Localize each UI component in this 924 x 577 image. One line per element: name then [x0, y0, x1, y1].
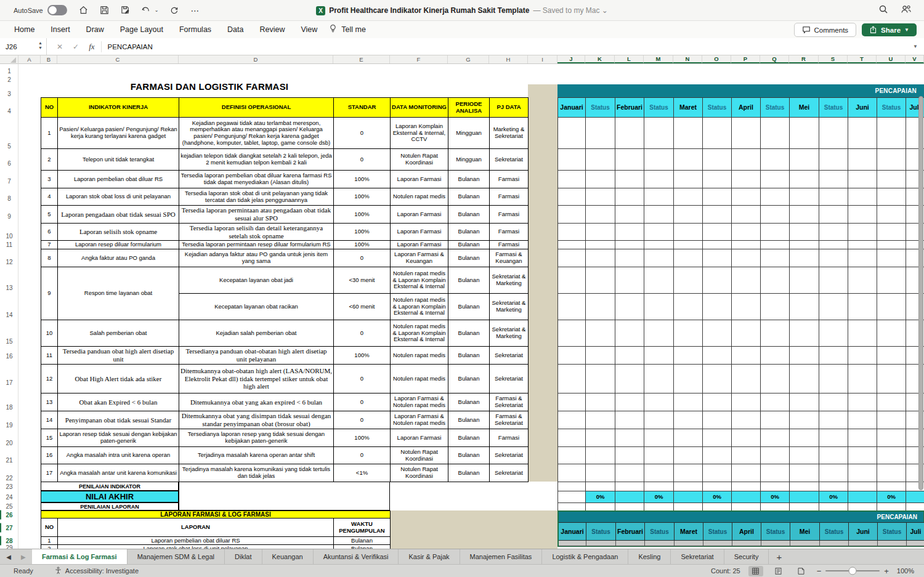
zoom-slider-thumb[interactable]: [849, 567, 857, 575]
grid-cell[interactable]: [558, 267, 586, 294]
cell-indikator[interactable]: Telepon unit tidak terangkat: [58, 149, 179, 171]
cell-indikator[interactable]: Angka masalah intra unit karena operan: [58, 447, 179, 464]
cell-periode[interactable]: Bulanan: [448, 393, 490, 411]
row-header-2[interactable]: 2: [0, 76, 18, 83]
grid-cell[interactable]: [674, 149, 703, 171]
tan-column-i[interactable]: [528, 84, 557, 482]
grid-cell[interactable]: [819, 503, 848, 511]
grid-cell[interactable]: [761, 393, 790, 411]
grid-cell[interactable]: [674, 503, 703, 511]
grid-cell[interactable]: [615, 267, 644, 294]
grid-cell[interactable]: [703, 393, 732, 411]
grid-cell[interactable]: [790, 241, 819, 249]
status-header-cell[interactable]: Status: [878, 522, 907, 541]
cell-standar[interactable]: 100%: [334, 224, 391, 241]
penilaian-laporan-cell[interactable]: PENILAIAN LAPORAN: [41, 502, 179, 510]
grid-cell[interactable]: [906, 491, 924, 503]
cell-pj[interactable]: Sekretariat: [490, 464, 529, 482]
cell-monitoring[interactable]: Notulen Rapat Koordinasi: [391, 149, 448, 171]
grid-cell[interactable]: [819, 464, 848, 482]
cell-standar[interactable]: 0: [334, 447, 391, 464]
cell-pj[interactable]: Farmasi & Keuangan: [490, 249, 529, 267]
grid-cell[interactable]: [877, 393, 906, 411]
grid-cell[interactable]: [615, 429, 644, 447]
cell-periode[interactable]: Bulanan: [448, 320, 490, 347]
grid-cell[interactable]: [790, 188, 819, 206]
cell-monitoring[interactable]: Notulen rapat medis: [391, 188, 448, 206]
cell-periode[interactable]: Bulanan: [448, 206, 490, 224]
grid-cell[interactable]: [877, 447, 906, 464]
cell-definisi[interactable]: Kecepatan layanan obat jadi: [179, 267, 334, 294]
grid-cell[interactable]: [790, 503, 819, 511]
col-header-L[interactable]: L: [615, 55, 644, 63]
menu-page-layout[interactable]: Page Layout: [112, 22, 171, 37]
cell-definisi[interactable]: Ditemukannya obat yang akan expired < 6 …: [179, 393, 334, 411]
status-header-cell[interactable]: Status: [703, 522, 732, 541]
cell-standar[interactable]: <60 menit: [334, 294, 391, 320]
cell-definisi[interactable]: Tersedia laporan permintaan atau pengada…: [179, 206, 334, 224]
grid-cell[interactable]: [732, 393, 761, 411]
grid-cell[interactable]: [790, 464, 819, 482]
grid-cell[interactable]: [848, 320, 877, 347]
menu-formulas[interactable]: Formulas: [171, 22, 219, 37]
redo-icon[interactable]: [169, 5, 179, 15]
grid-cell[interactable]: [732, 411, 761, 429]
grid-cell[interactable]: [761, 188, 790, 206]
laporan-cell[interactable]: Bulanan: [334, 537, 391, 545]
cell-monitoring[interactable]: Laporan Farmasi: [391, 206, 448, 224]
grid-cell[interactable]: [674, 171, 703, 188]
grid-cell[interactable]: [732, 491, 761, 503]
cell-definisi[interactable]: Ditemukannya obat-obatan high alert (LAS…: [179, 365, 334, 393]
tab-scroll-right-icon[interactable]: ▶: [21, 554, 26, 560]
grid-cell[interactable]: [674, 347, 703, 365]
grid-cell[interactable]: [586, 171, 615, 188]
grid-cell[interactable]: [848, 294, 877, 320]
grid-cell[interactable]: [848, 491, 877, 503]
cell-definisi[interactable]: Tersedia laporan permintaan resep diluar…: [179, 241, 334, 249]
grid-cell[interactable]: [615, 241, 644, 249]
grid-cell[interactable]: [819, 241, 848, 249]
grid-cell[interactable]: [732, 464, 761, 482]
grid-cell[interactable]: [558, 447, 586, 464]
grid-cell[interactable]: [761, 320, 790, 347]
grid-cell[interactable]: [558, 503, 586, 511]
zero-percent-cell[interactable]: 0%: [761, 491, 790, 503]
cell-pj[interactable]: Sekretariat & Marketing: [490, 294, 529, 320]
month-header-cell[interactable]: Juni: [849, 522, 878, 541]
cell-monitoring[interactable]: Laporan Farmasi: [391, 429, 448, 447]
grid-cell[interactable]: [586, 206, 615, 224]
grid-cell[interactable]: [586, 149, 615, 171]
grid-cell[interactable]: [877, 365, 906, 393]
grid-cell[interactable]: [732, 149, 761, 171]
grid-cell[interactable]: [703, 118, 732, 149]
cell-periode[interactable]: Bulanan: [448, 294, 490, 320]
cell-no[interactable]: 16: [41, 447, 58, 464]
vertical-scrollbar[interactable]: [918, 96, 923, 490]
grid-cell[interactable]: [674, 118, 703, 149]
menu-insert[interactable]: Insert: [43, 22, 78, 37]
grid-cell[interactable]: [732, 541, 761, 546]
row-header-24[interactable]: 24: [0, 494, 18, 501]
grid-cell[interactable]: [732, 347, 761, 365]
laporan-section-title[interactable]: LAPORAN FARMASI & LOG FARMASI: [41, 511, 391, 518]
cell-definisi[interactable]: Kecepatan layanan obat racikan: [179, 294, 334, 320]
grid-cell[interactable]: [586, 249, 615, 267]
status-header-cell[interactable]: Status: [645, 522, 675, 541]
grid-cell[interactable]: [558, 149, 586, 171]
selected-range[interactable]: PENCAPAIAN JanuariStatusFebruariStatusMa…: [557, 510, 924, 547]
month-header-cell[interactable]: Januari: [559, 522, 586, 541]
menu-view[interactable]: View: [293, 22, 325, 37]
menu-draw[interactable]: Draw: [78, 22, 112, 37]
grid-cell[interactable]: [732, 447, 761, 464]
zero-percent-cell[interactable]: 0%: [644, 491, 674, 503]
cell-indikator[interactable]: Laporan resep diluar formularium: [58, 241, 179, 249]
grid-cell[interactable]: [790, 541, 820, 546]
grid-cell[interactable]: [849, 541, 878, 546]
enter-icon[interactable]: ✓: [73, 42, 79, 51]
cell-indikator[interactable]: Respon time layanan obat: [58, 267, 179, 320]
grid-cell[interactable]: [644, 482, 674, 491]
cell-periode[interactable]: Bulanan: [448, 224, 490, 241]
sheet-tab-diklat[interactable]: Diklat: [225, 549, 262, 564]
month-header-cell[interactable]: Februari: [615, 98, 644, 118]
row-header-21[interactable]: 21: [0, 457, 18, 464]
